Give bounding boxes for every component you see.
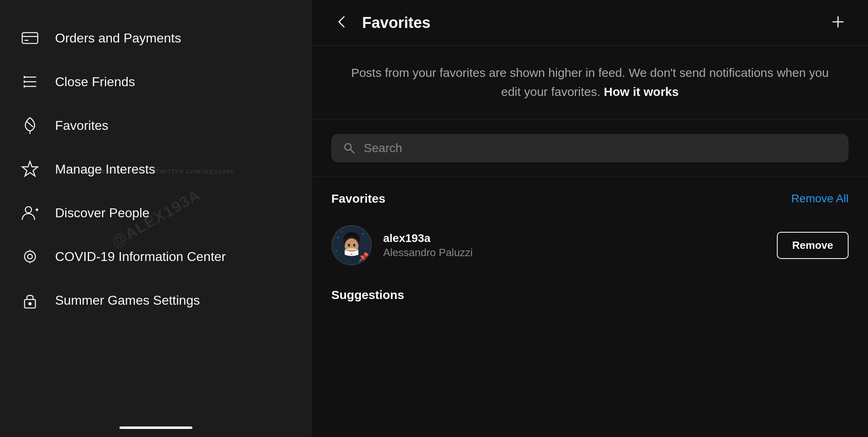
lock-icon: [19, 290, 41, 311]
favorites-section-header: Favorites Remove All: [331, 192, 849, 206]
svg-line-24: [350, 149, 354, 153]
follow-text-left: FOLLOW ME ON HTTPS://TWITTER.COM/ALEX193…: [79, 168, 234, 175]
search-bar: [331, 134, 849, 162]
how-it-works-link[interactable]: How it works: [604, 85, 679, 98]
search-input[interactable]: [364, 141, 837, 155]
avatar: 📌: [331, 225, 372, 265]
close-friends-icon: [19, 71, 41, 92]
menu-label-summer-games: Summer Games Settings: [55, 293, 200, 308]
suggestions-header: Suggestions: [331, 288, 849, 302]
table-row: 📌 alex193a Alessandro Paluzzi Remove: [331, 218, 849, 272]
menu-item-orders-payments[interactable]: Orders and Payments: [0, 16, 312, 60]
svg-point-12: [26, 207, 32, 213]
add-person-icon: [19, 202, 41, 223]
svg-point-26: [337, 237, 339, 238]
remove-all-button[interactable]: Remove All: [791, 192, 849, 205]
covid-icon: [19, 246, 41, 267]
right-panel: Favorites Posts from your favorites are …: [312, 0, 868, 437]
svg-marker-8: [24, 85, 26, 88]
svg-point-29: [364, 248, 365, 250]
avatar-inner: 📌: [333, 226, 371, 264]
search-icon: [343, 142, 356, 155]
svg-point-28: [362, 233, 364, 235]
credit-card-icon: [19, 28, 41, 49]
menu-label-covid: COVID-19 Information Center: [55, 249, 226, 264]
svg-point-34: [353, 244, 356, 247]
menu-label-orders: Orders and Payments: [55, 31, 181, 46]
star-icon: [19, 159, 41, 180]
svg-marker-7: [24, 80, 26, 83]
svg-point-33: [348, 244, 350, 247]
user-handle: alex193a: [383, 232, 766, 245]
favorites-list-section: Favorites Remove All: [312, 177, 868, 280]
menu-label-discover: Discover People: [55, 206, 149, 221]
svg-point-15: [25, 251, 36, 262]
left-panel: @ALEX193A FOLLOW ME ON HTTPS://TWITTER.C…: [0, 0, 312, 437]
svg-line-10: [27, 121, 33, 127]
menu-item-summer-games[interactable]: Summer Games Settings: [0, 278, 312, 322]
svg-point-27: [341, 231, 343, 233]
svg-point-16: [28, 254, 32, 259]
menu-item-covid[interactable]: COVID-19 Information Center: [0, 235, 312, 278]
svg-marker-6: [24, 76, 26, 79]
menu-item-favorites[interactable]: Favorites: [0, 104, 312, 147]
user-display-name: Alessandro Paluzzi: [383, 246, 766, 259]
svg-marker-11: [22, 161, 38, 176]
pin-icon: [19, 115, 41, 136]
menu-label-favorites: Favorites: [55, 118, 109, 133]
suggestions-section: Suggestions: [312, 280, 868, 329]
avatar-pin: 📌: [358, 252, 369, 263]
menu-label-close-friends: Close Friends: [55, 74, 135, 89]
add-button[interactable]: [827, 11, 849, 34]
favorites-section-title: Favorites: [331, 192, 385, 206]
back-button[interactable]: [331, 11, 352, 34]
page-title: Favorites: [362, 14, 431, 32]
bottom-bar: [119, 426, 192, 429]
menu-item-close-friends[interactable]: Close Friends: [0, 60, 312, 104]
info-text: Posts from your favorites are shown high…: [344, 64, 836, 101]
user-info: alex193a Alessandro Paluzzi: [383, 232, 766, 259]
remove-button[interactable]: Remove: [777, 232, 849, 259]
svg-point-30: [336, 250, 337, 252]
suggestions-title: Suggestions: [331, 288, 404, 302]
favorites-header: Favorites: [312, 0, 868, 46]
info-section: Posts from your favorites are shown high…: [312, 46, 868, 119]
menu-item-discover-people[interactable]: Discover People: [0, 191, 312, 235]
header-left: Favorites: [331, 11, 431, 34]
svg-rect-0: [22, 33, 38, 44]
search-section: [312, 119, 868, 177]
svg-point-20: [29, 303, 31, 305]
